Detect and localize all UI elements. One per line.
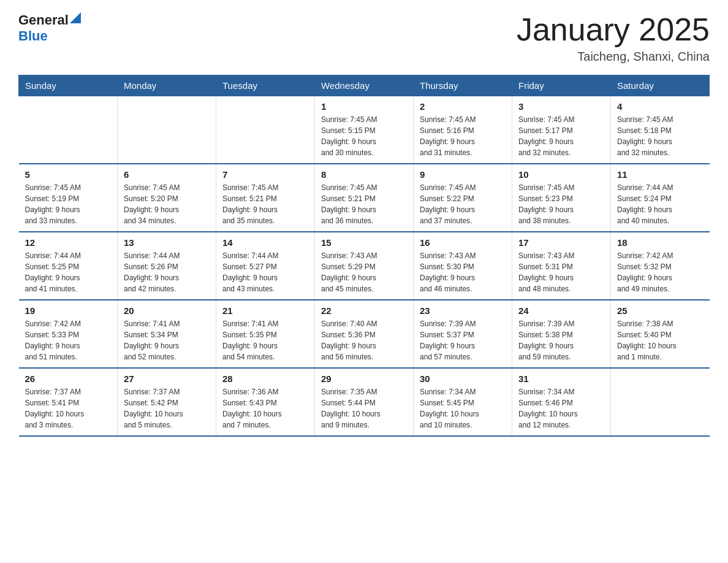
calendar-cell: 5Sunrise: 7:45 AM Sunset: 5:19 PM Daylig…	[19, 164, 118, 232]
day-number: 20	[124, 305, 210, 316]
day-info: Sunrise: 7:34 AM Sunset: 5:46 PM Dayligh…	[518, 386, 604, 431]
calendar-cell: 29Sunrise: 7:35 AM Sunset: 5:44 PM Dayli…	[315, 368, 414, 436]
day-number: 25	[617, 305, 703, 316]
calendar-cell: 12Sunrise: 7:44 AM Sunset: 5:25 PM Dayli…	[19, 232, 118, 300]
day-info: Sunrise: 7:45 AM Sunset: 5:16 PM Dayligh…	[420, 114, 506, 158]
day-number: 26	[25, 373, 112, 384]
day-number: 27	[124, 373, 210, 384]
day-info: Sunrise: 7:45 AM Sunset: 5:19 PM Dayligh…	[25, 182, 112, 226]
calendar-cell: 15Sunrise: 7:43 AM Sunset: 5:29 PM Dayli…	[315, 232, 414, 300]
day-number: 2	[420, 101, 506, 112]
calendar-cell: 31Sunrise: 7:34 AM Sunset: 5:46 PM Dayli…	[512, 368, 611, 436]
calendar-cell: 19Sunrise: 7:42 AM Sunset: 5:33 PM Dayli…	[19, 300, 118, 368]
calendar-cell: 21Sunrise: 7:41 AM Sunset: 5:35 PM Dayli…	[216, 300, 315, 368]
day-info: Sunrise: 7:39 AM Sunset: 5:37 PM Dayligh…	[420, 318, 506, 362]
day-info: Sunrise: 7:41 AM Sunset: 5:35 PM Dayligh…	[222, 318, 308, 362]
day-number: 16	[420, 237, 506, 248]
calendar-cell: 10Sunrise: 7:45 AM Sunset: 5:23 PM Dayli…	[512, 164, 611, 232]
title-block: January 2025 Taicheng, Shanxi, China	[517, 12, 710, 64]
day-info: Sunrise: 7:44 AM Sunset: 5:27 PM Dayligh…	[222, 250, 308, 294]
calendar-cell	[611, 368, 710, 436]
day-number: 12	[25, 237, 112, 248]
day-number: 1	[321, 101, 407, 112]
day-info: Sunrise: 7:40 AM Sunset: 5:36 PM Dayligh…	[321, 318, 407, 362]
calendar-cell: 18Sunrise: 7:42 AM Sunset: 5:32 PM Dayli…	[611, 232, 710, 300]
day-number: 6	[124, 169, 210, 180]
svg-marker-0	[70, 12, 81, 23]
day-number: 7	[222, 169, 308, 180]
day-info: Sunrise: 7:37 AM Sunset: 5:42 PM Dayligh…	[124, 386, 210, 431]
calendar-week-row: 19Sunrise: 7:42 AM Sunset: 5:33 PM Dayli…	[19, 300, 710, 368]
day-number: 21	[222, 305, 308, 316]
day-info: Sunrise: 7:41 AM Sunset: 5:34 PM Dayligh…	[124, 318, 210, 362]
calendar-cell: 6Sunrise: 7:45 AM Sunset: 5:20 PM Daylig…	[118, 164, 216, 232]
day-info: Sunrise: 7:36 AM Sunset: 5:43 PM Dayligh…	[222, 386, 308, 431]
calendar-cell: 8Sunrise: 7:45 AM Sunset: 5:21 PM Daylig…	[315, 164, 414, 232]
month-title: January 2025	[517, 12, 710, 47]
calendar-cell: 23Sunrise: 7:39 AM Sunset: 5:37 PM Dayli…	[414, 300, 512, 368]
day-info: Sunrise: 7:44 AM Sunset: 5:26 PM Dayligh…	[124, 250, 210, 294]
logo: General Blue	[18, 12, 81, 44]
day-number: 22	[321, 305, 407, 316]
calendar-week-row: 1Sunrise: 7:45 AM Sunset: 5:15 PM Daylig…	[19, 96, 710, 164]
weekday-header-monday: Monday	[118, 75, 216, 96]
day-info: Sunrise: 7:45 AM Sunset: 5:21 PM Dayligh…	[222, 182, 308, 226]
day-info: Sunrise: 7:42 AM Sunset: 5:33 PM Dayligh…	[25, 318, 112, 362]
calendar-cell: 16Sunrise: 7:43 AM Sunset: 5:30 PM Dayli…	[414, 232, 512, 300]
day-number: 3	[518, 101, 604, 112]
calendar-cell	[216, 96, 315, 164]
calendar-cell: 25Sunrise: 7:38 AM Sunset: 5:40 PM Dayli…	[611, 300, 710, 368]
calendar-cell: 2Sunrise: 7:45 AM Sunset: 5:16 PM Daylig…	[414, 96, 512, 164]
day-info: Sunrise: 7:43 AM Sunset: 5:31 PM Dayligh…	[518, 250, 604, 294]
calendar-cell: 13Sunrise: 7:44 AM Sunset: 5:26 PM Dayli…	[118, 232, 216, 300]
day-number: 8	[321, 169, 407, 180]
logo-blue: Blue	[18, 28, 48, 44]
weekday-header-sunday: Sunday	[19, 75, 118, 96]
calendar-cell: 24Sunrise: 7:39 AM Sunset: 5:38 PM Dayli…	[512, 300, 611, 368]
day-number: 31	[518, 373, 604, 384]
calendar-table: SundayMondayTuesdayWednesdayThursdayFrid…	[18, 75, 710, 437]
logo-general: General	[18, 12, 69, 28]
day-info: Sunrise: 7:45 AM Sunset: 5:22 PM Dayligh…	[420, 182, 506, 226]
day-number: 15	[321, 237, 407, 248]
calendar-cell: 1Sunrise: 7:45 AM Sunset: 5:15 PM Daylig…	[315, 96, 414, 164]
day-number: 10	[518, 169, 604, 180]
day-info: Sunrise: 7:45 AM Sunset: 5:17 PM Dayligh…	[518, 114, 604, 158]
calendar-cell: 26Sunrise: 7:37 AM Sunset: 5:41 PM Dayli…	[19, 368, 118, 436]
calendar-cell: 22Sunrise: 7:40 AM Sunset: 5:36 PM Dayli…	[315, 300, 414, 368]
day-number: 29	[321, 373, 407, 384]
day-number: 18	[617, 237, 703, 248]
day-info: Sunrise: 7:38 AM Sunset: 5:40 PM Dayligh…	[617, 318, 703, 362]
calendar-cell: 20Sunrise: 7:41 AM Sunset: 5:34 PM Dayli…	[118, 300, 216, 368]
day-number: 28	[222, 373, 308, 384]
day-info: Sunrise: 7:44 AM Sunset: 5:24 PM Dayligh…	[617, 182, 703, 226]
day-number: 23	[420, 305, 506, 316]
day-info: Sunrise: 7:45 AM Sunset: 5:21 PM Dayligh…	[321, 182, 407, 226]
day-number: 19	[25, 305, 112, 316]
day-info: Sunrise: 7:45 AM Sunset: 5:15 PM Dayligh…	[321, 114, 407, 158]
day-info: Sunrise: 7:45 AM Sunset: 5:23 PM Dayligh…	[518, 182, 604, 226]
calendar-cell	[19, 96, 118, 164]
day-info: Sunrise: 7:44 AM Sunset: 5:25 PM Dayligh…	[25, 250, 112, 294]
day-info: Sunrise: 7:35 AM Sunset: 5:44 PM Dayligh…	[321, 386, 407, 431]
calendar-week-row: 26Sunrise: 7:37 AM Sunset: 5:41 PM Dayli…	[19, 368, 710, 436]
day-number: 13	[124, 237, 210, 248]
weekday-header-tuesday: Tuesday	[216, 75, 315, 96]
day-info: Sunrise: 7:43 AM Sunset: 5:30 PM Dayligh…	[420, 250, 506, 294]
calendar-cell	[118, 96, 216, 164]
calendar-cell: 14Sunrise: 7:44 AM Sunset: 5:27 PM Dayli…	[216, 232, 315, 300]
logo-triangle-icon	[70, 12, 81, 23]
calendar-cell: 11Sunrise: 7:44 AM Sunset: 5:24 PM Dayli…	[611, 164, 710, 232]
day-number: 24	[518, 305, 604, 316]
calendar-cell: 7Sunrise: 7:45 AM Sunset: 5:21 PM Daylig…	[216, 164, 315, 232]
day-number: 5	[25, 169, 112, 180]
page-header: General Blue January 2025 Taicheng, Shan…	[18, 12, 710, 64]
day-number: 14	[222, 237, 308, 248]
day-number: 17	[518, 237, 604, 248]
day-number: 4	[617, 101, 703, 112]
calendar-cell: 28Sunrise: 7:36 AM Sunset: 5:43 PM Dayli…	[216, 368, 315, 436]
location-title: Taicheng, Shanxi, China	[517, 50, 710, 64]
weekday-header-saturday: Saturday	[611, 75, 710, 96]
day-number: 9	[420, 169, 506, 180]
calendar-cell: 9Sunrise: 7:45 AM Sunset: 5:22 PM Daylig…	[414, 164, 512, 232]
